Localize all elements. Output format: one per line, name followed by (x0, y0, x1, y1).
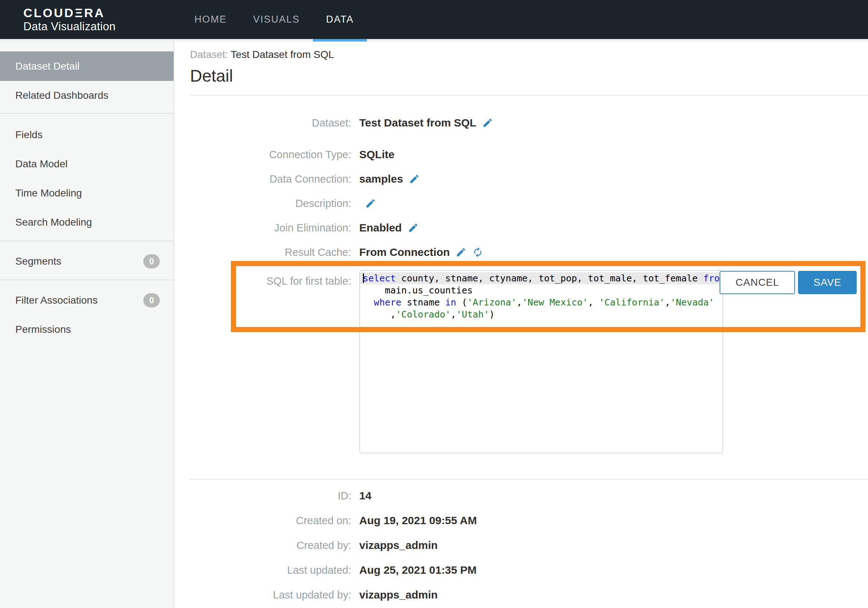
brand-name: CLOUDΞRA (23, 6, 116, 20)
code-token: 'California' (599, 297, 665, 308)
code-token: 'Nevada' (670, 297, 714, 308)
dataset-id-value: 14 (359, 489, 371, 502)
product-name: Data Visualization (23, 20, 116, 34)
code-token: 'Arizona' (467, 297, 516, 308)
sidebar-item-data-model[interactable]: Data Model (0, 149, 174, 179)
edit-icon[interactable] (408, 222, 418, 233)
sql-code-editor[interactable]: select county, stname, ctyname, tot_pop,… (359, 270, 723, 453)
main-menu: HOME VISUALS DATA (181, 0, 367, 39)
edit-icon[interactable] (482, 118, 493, 128)
meta-row-created-on: Created on: Aug 19, 2021 09:55 AM (190, 514, 868, 527)
field-label: ID: (190, 490, 351, 502)
field-label: Description: (190, 198, 351, 210)
code-token: main.us_counties (363, 285, 473, 295)
tab-data[interactable]: DATA (313, 0, 367, 39)
field-label: Created on: (190, 515, 351, 527)
detail-rows: Dataset: Test Dataset from SQL Connectio… (190, 116, 868, 453)
field-label: Dataset: (190, 117, 351, 129)
page-title: Detail (190, 67, 868, 85)
sidebar-item-label: Filter Associations (16, 294, 98, 306)
sidebar-item-label: Dataset Detail (16, 60, 79, 72)
segments-count-badge: 0 (143, 254, 160, 269)
detail-row-connection-type: Connection Type: SQLite (190, 148, 868, 161)
sql-editor-actions: CANCEL SAVE (719, 271, 857, 294)
result-cache-value: From Connection (359, 246, 450, 258)
code-token: ( (456, 297, 467, 308)
meta-row-id: ID: 14 (190, 489, 868, 502)
code-token: stname (401, 297, 445, 308)
created-on-value: Aug 19, 2021 09:55 AM (359, 514, 477, 527)
sidebar-item-time-modeling[interactable]: Time Modeling (0, 179, 174, 208)
code-token: , (363, 309, 396, 320)
sidebar-item-permissions[interactable]: Permissions (0, 315, 174, 344)
sidebar-group-modeling: Fields Data Model Time Modeling Search M… (0, 113, 174, 241)
sidebar-item-search-modeling[interactable]: Search Modeling (0, 208, 174, 237)
code-token: , (451, 309, 456, 320)
code-token: 'Colorado' (396, 309, 451, 320)
sidebar-group-detail: Dataset Detail Related Dashboards (0, 51, 174, 113)
detail-row-join-elimination: Join Elimination: Enabled (190, 221, 868, 234)
code-line: select county, stname, ctyname, tot_pop,… (360, 272, 722, 284)
detail-row-data-connection: Data Connection: samples (190, 172, 868, 186)
field-label: Connection Type: (190, 149, 351, 161)
meta-row-created-by: Created by: vizapps_admin (190, 539, 868, 552)
edit-icon[interactable] (409, 173, 420, 184)
divider (190, 95, 868, 96)
tab-visuals[interactable]: VISUALS (240, 0, 313, 39)
meta-rows: ID: 14 Created on: Aug 19, 2021 09:55 AM… (190, 489, 868, 602)
sidebar-item-label: Permissions (16, 324, 71, 335)
created-by-value: vizapps_admin (359, 539, 438, 551)
code-token: , (516, 297, 522, 308)
field-label: SQL for first table: (190, 270, 351, 287)
code-line: ,'Colorado','Utah') (360, 308, 722, 320)
code-token: 'Utah' (456, 309, 489, 320)
last-updated-by-value: vizapps_admin (359, 589, 438, 601)
sidebar-item-label: Related Dashboards (16, 90, 108, 101)
code-token: in (445, 297, 456, 308)
code-token (363, 297, 374, 308)
sql-editor-row: SQL for first table: select county, stna… (190, 270, 868, 453)
sidebar-item-label: Search Modeling (16, 217, 92, 228)
code-token: where (374, 297, 401, 308)
code-token: county, stname, ctyname, tot_pop, tot_ma… (396, 273, 703, 283)
refresh-icon[interactable] (472, 247, 483, 258)
field-label: Created by: (190, 540, 351, 551)
dataset-name-value: Test Dataset from SQL (359, 117, 476, 129)
cancel-button[interactable]: CANCEL (719, 271, 795, 294)
tab-home[interactable]: HOME (181, 0, 240, 39)
sidebar-item-label: Data Model (16, 158, 67, 170)
save-button[interactable]: SAVE (798, 271, 857, 294)
connection-type-value: SQLite (359, 149, 395, 161)
detail-row-description: Description: (190, 197, 868, 210)
edit-icon[interactable] (365, 198, 376, 209)
breadcrumb-value: Test Dataset from SQL (231, 49, 334, 60)
field-label: Data Connection: (190, 173, 351, 185)
code-token: select (363, 273, 396, 283)
code-token: ) (489, 309, 494, 320)
top-nav: CLOUDΞRA Data Visualization HOME VISUALS… (0, 0, 868, 39)
filter-associations-count-badge: 0 (143, 294, 160, 308)
field-label: Join Elimination: (190, 222, 351, 234)
field-label: Last updated by: (190, 589, 351, 601)
nav-bottom-strip (0, 39, 868, 42)
sidebar-group-permissions: Filter Associations 0 Permissions (0, 280, 174, 344)
field-label: Last updated: (190, 564, 351, 576)
sidebar: Dataset Detail Related Dashboards Fields… (0, 42, 174, 608)
code-line: main.us_counties (360, 284, 722, 296)
meta-row-last-updated: Last updated: Aug 25, 2021 01:35 PM (190, 563, 868, 577)
breadcrumb: Dataset: Test Dataset from SQL (190, 49, 868, 60)
sidebar-item-filter-associations[interactable]: Filter Associations 0 (0, 286, 174, 315)
sidebar-item-fields[interactable]: Fields (0, 120, 174, 149)
sidebar-item-segments[interactable]: Segments 0 (0, 247, 174, 276)
cloudera-logo[interactable]: CLOUDΞRA Data Visualization (23, 6, 116, 34)
breadcrumb-label: Dataset: (190, 49, 228, 60)
sidebar-item-label: Time Modeling (16, 187, 82, 199)
data-connection-value: samples (359, 173, 403, 185)
meta-row-last-updated-by: Last updated by: vizapps_admin (190, 588, 868, 602)
sidebar-item-dataset-detail[interactable]: Dataset Detail (0, 51, 174, 81)
field-label: Result Cache: (190, 246, 351, 258)
sidebar-item-related-dashboards[interactable]: Related Dashboards (0, 81, 174, 110)
code-token: , (588, 297, 599, 308)
edit-icon[interactable] (456, 247, 467, 258)
sidebar-item-label: Fields (16, 129, 43, 141)
